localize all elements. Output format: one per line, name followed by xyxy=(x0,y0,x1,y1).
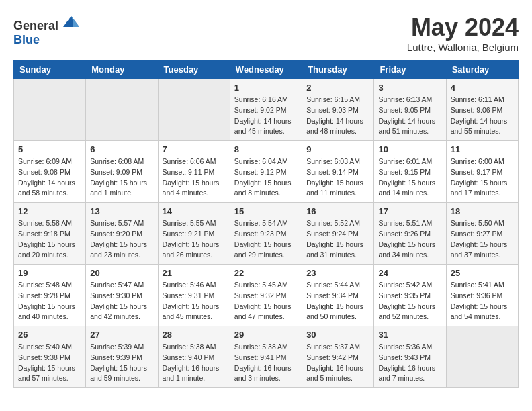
day-number: 29 xyxy=(234,330,298,340)
day-cell-1-2: 7 Sunrise: 6:06 AMSunset: 9:11 PMDayligh… xyxy=(158,141,230,203)
header: General Blue May 2024 Luttre, Wallonia, … xyxy=(13,13,519,53)
day-cell-3-2: 21 Sunrise: 5:46 AMSunset: 9:31 PMDaylig… xyxy=(158,265,230,326)
day-info: Sunrise: 5:58 AMSunset: 9:18 PMDaylight:… xyxy=(18,218,81,261)
day-number: 11 xyxy=(451,144,514,154)
day-info: Sunrise: 5:37 AMSunset: 9:42 PMDaylight:… xyxy=(306,342,369,384)
day-info: Sunrise: 5:45 AMSunset: 9:32 PMDaylight:… xyxy=(234,280,298,322)
day-info: Sunrise: 5:55 AMSunset: 9:21 PMDaylight:… xyxy=(163,218,226,261)
day-info: Sunrise: 6:06 AMSunset: 9:11 PMDaylight:… xyxy=(163,156,226,199)
day-info: Sunrise: 6:08 AMSunset: 9:09 PMDaylight:… xyxy=(90,156,153,199)
day-info: Sunrise: 5:54 AMSunset: 9:23 PMDaylight:… xyxy=(234,218,298,261)
week-row-4: 19 Sunrise: 5:48 AMSunset: 9:28 PMDaylig… xyxy=(14,265,519,326)
day-cell-4-2: 28 Sunrise: 5:38 AMSunset: 9:40 PMDaylig… xyxy=(158,326,230,388)
title-section: May 2024 Luttre, Wallonia, Belgium xyxy=(407,13,519,53)
day-cell-2-0: 12 Sunrise: 5:58 AMSunset: 9:18 PMDaylig… xyxy=(14,203,86,265)
logo: General Blue xyxy=(13,13,79,47)
day-number: 2 xyxy=(306,83,369,93)
day-cell-4-3: 29 Sunrise: 5:38 AMSunset: 9:41 PMDaylig… xyxy=(230,326,302,388)
day-cell-3-5: 24 Sunrise: 5:42 AMSunset: 9:35 PMDaylig… xyxy=(374,265,446,326)
day-cell-2-1: 13 Sunrise: 5:57 AMSunset: 9:20 PMDaylig… xyxy=(86,203,158,265)
day-number: 8 xyxy=(234,144,298,154)
day-cell-3-4: 23 Sunrise: 5:44 AMSunset: 9:34 PMDaylig… xyxy=(302,265,374,326)
day-info: Sunrise: 6:16 AMSunset: 9:02 PMDaylight:… xyxy=(234,95,298,137)
day-cell-0-3: 1 Sunrise: 6:16 AMSunset: 9:02 PMDayligh… xyxy=(230,79,302,141)
day-info: Sunrise: 6:13 AMSunset: 9:05 PMDaylight:… xyxy=(378,95,441,137)
day-number: 24 xyxy=(378,268,441,278)
day-number: 30 xyxy=(306,330,369,340)
day-info: Sunrise: 6:01 AMSunset: 9:15 PMDaylight:… xyxy=(378,156,441,199)
week-row-3: 12 Sunrise: 5:58 AMSunset: 9:18 PMDaylig… xyxy=(14,203,519,265)
day-number: 31 xyxy=(378,330,441,340)
day-number: 28 xyxy=(163,330,226,340)
day-number: 6 xyxy=(90,144,153,154)
day-cell-0-5: 3 Sunrise: 6:13 AMSunset: 9:05 PMDayligh… xyxy=(374,79,446,141)
day-info: Sunrise: 5:47 AMSunset: 9:30 PMDaylight:… xyxy=(90,280,153,322)
day-info: Sunrise: 5:36 AMSunset: 9:43 PMDaylight:… xyxy=(378,342,441,384)
day-cell-0-1 xyxy=(86,79,158,141)
day-number: 14 xyxy=(163,206,226,216)
day-cell-1-0: 5 Sunrise: 6:09 AMSunset: 9:08 PMDayligh… xyxy=(14,141,86,203)
day-cell-4-6 xyxy=(446,326,518,388)
day-cell-0-2 xyxy=(158,79,230,141)
day-info: Sunrise: 5:38 AMSunset: 9:40 PMDaylight:… xyxy=(163,342,226,384)
header-saturday: Saturday xyxy=(446,60,518,79)
day-cell-2-4: 16 Sunrise: 5:52 AMSunset: 9:24 PMDaylig… xyxy=(302,203,374,265)
day-number: 17 xyxy=(378,206,441,216)
day-info: Sunrise: 5:57 AMSunset: 9:20 PMDaylight:… xyxy=(90,218,153,261)
location-subtitle: Luttre, Wallonia, Belgium xyxy=(407,42,519,53)
day-cell-2-2: 14 Sunrise: 5:55 AMSunset: 9:21 PMDaylig… xyxy=(158,203,230,265)
day-cell-4-1: 27 Sunrise: 5:39 AMSunset: 9:39 PMDaylig… xyxy=(86,326,158,388)
day-cell-1-1: 6 Sunrise: 6:08 AMSunset: 9:09 PMDayligh… xyxy=(86,141,158,203)
day-info: Sunrise: 5:40 AMSunset: 9:38 PMDaylight:… xyxy=(18,342,81,384)
day-number: 25 xyxy=(451,268,514,278)
day-number: 15 xyxy=(234,206,298,216)
day-cell-2-3: 15 Sunrise: 5:54 AMSunset: 9:23 PMDaylig… xyxy=(230,203,302,265)
calendar-table: Sunday Monday Tuesday Wednesday Thursday… xyxy=(13,60,519,388)
day-cell-2-5: 17 Sunrise: 5:51 AMSunset: 9:26 PMDaylig… xyxy=(374,203,446,265)
logo-text: General Blue xyxy=(13,13,79,47)
day-info: Sunrise: 6:03 AMSunset: 9:14 PMDaylight:… xyxy=(306,156,369,199)
day-cell-3-6: 25 Sunrise: 5:41 AMSunset: 9:36 PMDaylig… xyxy=(446,265,518,326)
day-cell-4-0: 26 Sunrise: 5:40 AMSunset: 9:38 PMDaylig… xyxy=(14,326,86,388)
day-cell-3-1: 20 Sunrise: 5:47 AMSunset: 9:30 PMDaylig… xyxy=(86,265,158,326)
day-number: 20 xyxy=(90,268,153,278)
day-info: Sunrise: 5:42 AMSunset: 9:35 PMDaylight:… xyxy=(378,280,441,322)
day-number: 5 xyxy=(18,144,81,154)
day-info: Sunrise: 5:38 AMSunset: 9:41 PMDaylight:… xyxy=(234,342,298,384)
day-info: Sunrise: 5:41 AMSunset: 9:36 PMDaylight:… xyxy=(451,280,514,322)
day-cell-1-6: 11 Sunrise: 6:00 AMSunset: 9:17 PMDaylig… xyxy=(446,141,518,203)
header-friday: Friday xyxy=(374,60,446,79)
day-info: Sunrise: 5:39 AMSunset: 9:39 PMDaylight:… xyxy=(90,342,153,384)
header-sunday: Sunday xyxy=(14,60,86,79)
month-year-title: May 2024 xyxy=(407,13,519,42)
day-info: Sunrise: 5:50 AMSunset: 9:27 PMDaylight:… xyxy=(451,218,514,261)
day-cell-1-4: 9 Sunrise: 6:03 AMSunset: 9:14 PMDayligh… xyxy=(302,141,374,203)
page-container: General Blue May 2024 Luttre, Wallonia, … xyxy=(13,13,519,388)
day-number: 13 xyxy=(90,206,153,216)
header-monday: Monday xyxy=(86,60,158,79)
day-number: 27 xyxy=(90,330,153,340)
day-number: 21 xyxy=(163,268,226,278)
day-cell-0-6: 4 Sunrise: 6:11 AMSunset: 9:06 PMDayligh… xyxy=(446,79,518,141)
logo-blue: Blue xyxy=(13,33,40,46)
day-number: 23 xyxy=(306,268,369,278)
day-number: 1 xyxy=(234,83,298,93)
logo-icon xyxy=(63,13,79,30)
day-info: Sunrise: 5:46 AMSunset: 9:31 PMDaylight:… xyxy=(163,280,226,322)
day-number: 12 xyxy=(18,206,81,216)
day-info: Sunrise: 5:52 AMSunset: 9:24 PMDaylight:… xyxy=(306,218,369,261)
day-number: 16 xyxy=(306,206,369,216)
day-cell-4-4: 30 Sunrise: 5:37 AMSunset: 9:42 PMDaylig… xyxy=(302,326,374,388)
day-info: Sunrise: 5:51 AMSunset: 9:26 PMDaylight:… xyxy=(378,218,441,261)
header-wednesday: Wednesday xyxy=(230,60,302,79)
day-number: 7 xyxy=(163,144,226,154)
day-cell-2-6: 18 Sunrise: 5:50 AMSunset: 9:27 PMDaylig… xyxy=(446,203,518,265)
week-row-2: 5 Sunrise: 6:09 AMSunset: 9:08 PMDayligh… xyxy=(14,141,519,203)
day-number: 10 xyxy=(378,144,441,154)
day-cell-3-0: 19 Sunrise: 5:48 AMSunset: 9:28 PMDaylig… xyxy=(14,265,86,326)
day-info: Sunrise: 6:15 AMSunset: 9:03 PMDaylight:… xyxy=(306,95,369,137)
week-row-5: 26 Sunrise: 5:40 AMSunset: 9:38 PMDaylig… xyxy=(14,326,519,388)
day-cell-0-0 xyxy=(14,79,86,141)
header-tuesday: Tuesday xyxy=(158,60,230,79)
day-number: 9 xyxy=(306,144,369,154)
